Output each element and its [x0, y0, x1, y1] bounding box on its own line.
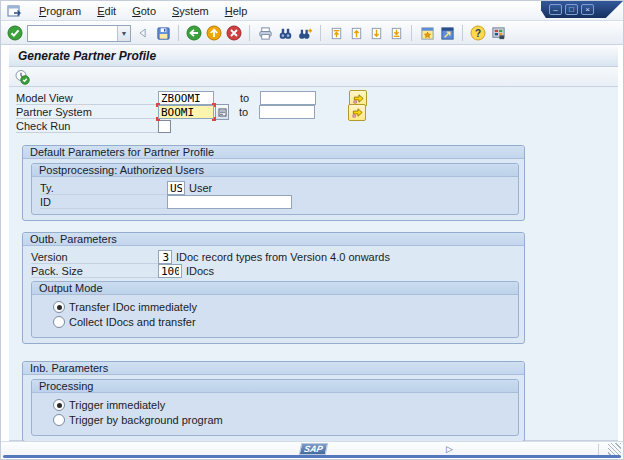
model-view-input[interactable]	[158, 91, 214, 105]
print-icon[interactable]	[256, 24, 274, 42]
pack-size-label: Pack. Size	[31, 265, 158, 278]
screen-frame: Generate Partner Profile Model View to P…	[9, 45, 618, 441]
save-icon[interactable]	[154, 24, 172, 42]
outbound-params-groupbox: Outb. Parameters Version IDoc record typ…	[22, 232, 525, 344]
value-help-icon[interactable]	[215, 104, 229, 120]
new-session-icon[interactable]	[418, 24, 436, 42]
inbound-params-header: Inb. Parameters	[23, 362, 524, 375]
param-row-pack-size: Pack. Size IDocs	[31, 264, 524, 278]
focused-field-wrap	[158, 105, 214, 119]
outbound-params-header: Outb. Parameters	[23, 233, 524, 246]
toolbar-separator	[462, 25, 463, 41]
transfer-immediately-radio[interactable]	[53, 301, 65, 313]
pack-size-input[interactable]	[158, 264, 182, 278]
menu-help[interactable]: Help	[217, 3, 256, 19]
standard-toolbar: ▼	[1, 22, 623, 45]
toolbar-separator	[178, 25, 179, 41]
processing-header: Processing	[32, 380, 518, 393]
partner-system-input[interactable]	[158, 105, 214, 119]
menu-program[interactable]: Program	[31, 3, 89, 19]
find-next-icon[interactable]	[296, 24, 314, 42]
statusbar-expand-icon[interactable]: ▷	[446, 444, 453, 454]
collect-idocs-label: Collect IDocs and transfer	[69, 316, 196, 328]
to-label: to	[240, 92, 260, 104]
command-dropdown-icon[interactable]: ▼	[117, 26, 130, 41]
find-icon[interactable]	[276, 24, 294, 42]
param-row-partner-system: Partner System to	[16, 105, 618, 119]
window-bottom-border	[3, 455, 621, 458]
back-icon[interactable]	[185, 24, 203, 42]
param-row-id: ID	[40, 195, 518, 209]
radio-row-transfer-immediately: Transfer IDoc immediately	[40, 300, 518, 314]
multiple-selection-button[interactable]	[348, 104, 366, 121]
cancel-icon[interactable]	[225, 24, 243, 42]
menu-system[interactable]: System	[164, 3, 217, 19]
client-area: Model View to Partner System to	[9, 87, 618, 441]
toolbar-separator	[320, 25, 321, 41]
radio-row-trigger-background: Trigger by background program	[40, 413, 518, 427]
window-controls: – □ ×	[541, 1, 623, 18]
check-run-checkbox[interactable]	[158, 120, 171, 133]
exit-icon[interactable]	[205, 24, 223, 42]
last-page-icon[interactable]	[387, 24, 405, 42]
id-input[interactable]	[167, 195, 292, 209]
title-bar: Generate Partner Profile	[9, 45, 618, 67]
sap-logo: SAP	[299, 443, 329, 455]
partner-system-label: Partner System	[16, 106, 158, 119]
command-field: ▼	[27, 25, 131, 42]
close-button[interactable]: ×	[581, 4, 594, 15]
check-run-label: Check Run	[16, 120, 158, 133]
default-params-header: Default Parameters for Partner Profile	[23, 146, 524, 159]
maximize-button[interactable]: □	[565, 4, 578, 15]
to-label: to	[239, 106, 259, 118]
minimize-button[interactable]: –	[549, 4, 562, 15]
model-view-to-input[interactable]	[260, 91, 316, 105]
screen-title: Generate Partner Profile	[18, 49, 156, 63]
menu-bar: Program Edit Goto System Help – □ ×	[1, 1, 623, 21]
next-page-icon[interactable]	[367, 24, 385, 42]
partner-system-to-input[interactable]	[259, 105, 315, 119]
svg-text:?: ?	[475, 28, 481, 39]
system-menu-icon[interactable]	[7, 4, 23, 18]
trigger-immediately-label: Trigger immediately	[69, 399, 165, 411]
enter-icon[interactable]	[6, 24, 24, 42]
param-row-ty: Ty. User	[40, 181, 518, 195]
processing-groupbox: Processing Trigger immediately Trigger b…	[31, 379, 519, 436]
command-input[interactable]	[28, 27, 117, 40]
collapse-command-icon[interactable]	[134, 24, 152, 42]
help-icon[interactable]: ?	[469, 24, 487, 42]
menu-goto[interactable]: Goto	[124, 3, 164, 19]
previous-page-icon[interactable]	[347, 24, 365, 42]
param-row-check-run: Check Run	[16, 119, 618, 133]
execute-icon[interactable]	[13, 68, 31, 86]
statusbar-separator	[598, 444, 599, 455]
id-label: ID	[40, 196, 167, 209]
trigger-background-label: Trigger by background program	[69, 414, 223, 426]
inbound-params-groupbox: Inb. Parameters Processing Trigger immed…	[22, 361, 525, 442]
trigger-immediately-radio[interactable]	[53, 399, 65, 411]
collect-idocs-radio[interactable]	[53, 316, 65, 328]
sap-window: Program Edit Goto System Help – □ × ▼	[0, 0, 624, 460]
customize-layout-icon[interactable]	[489, 24, 507, 42]
menu-edit[interactable]: Edit	[89, 3, 124, 19]
toolbar-separator	[249, 25, 250, 41]
pack-size-description: IDocs	[186, 265, 214, 277]
trigger-background-radio[interactable]	[53, 414, 65, 426]
model-view-label: Model View	[16, 92, 158, 105]
default-params-groupbox: Default Parameters for Partner Profile P…	[22, 145, 525, 221]
version-input[interactable]	[158, 250, 172, 264]
version-description: IDoc record types from Version 4.0 onwar…	[176, 251, 390, 263]
param-row-model-view: Model View to	[16, 91, 618, 105]
ty-label: Ty.	[40, 182, 167, 195]
toolbar-separator	[411, 25, 412, 41]
first-page-icon[interactable]	[327, 24, 345, 42]
version-label: Version	[31, 251, 158, 264]
radio-row-collect-idocs: Collect IDocs and transfer	[40, 315, 518, 329]
postprocessing-header: Postprocessing: Authorized Users	[32, 164, 518, 177]
output-mode-header: Output Mode	[32, 282, 518, 295]
postprocessing-groupbox: Postprocessing: Authorized Users Ty. Use…	[31, 163, 519, 215]
create-shortcut-icon[interactable]	[438, 24, 456, 42]
param-row-version: Version IDoc record types from Version 4…	[31, 250, 524, 264]
radio-row-trigger-immediately: Trigger immediately	[40, 398, 518, 412]
ty-input[interactable]	[167, 181, 185, 195]
